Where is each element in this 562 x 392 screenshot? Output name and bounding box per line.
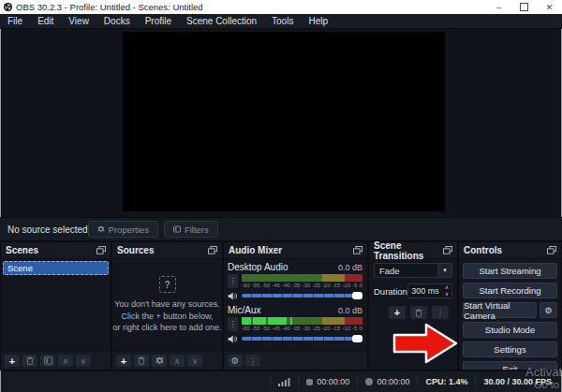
duration-value: 300 ms (408, 286, 442, 296)
obs-main-window: OBS 30.2.3 - Profile: Untitled - Scenes:… (0, 0, 562, 392)
question-glyph: ? (164, 280, 170, 290)
gear-icon (155, 356, 164, 365)
scene-move-down-button[interactable]: ∨ (76, 355, 91, 367)
menu-edit[interactable]: Edit (30, 16, 61, 26)
mic-aux-meter (242, 317, 362, 325)
transition-properties-button[interactable]: ⋮ (432, 306, 449, 319)
menu-docks[interactable]: Docks (96, 16, 138, 26)
chevron-down-icon: ∨ (192, 356, 199, 366)
virtual-camera-config-button[interactable]: ⚙ (540, 302, 557, 318)
menu-view[interactable]: View (61, 16, 96, 26)
remove-source-button[interactable] (134, 355, 149, 367)
maximize-icon (520, 3, 528, 11)
remove-scene-button[interactable] (22, 355, 37, 367)
add-icon: + (394, 307, 400, 318)
maximize-button[interactable] (511, 0, 537, 14)
preview-canvas[interactable] (123, 32, 445, 211)
scene-transitions-popout-icon[interactable] (443, 246, 452, 254)
duration-spinbox[interactable]: 300 ms ∧ ∨ (407, 283, 452, 298)
add-scene-button[interactable]: + (5, 355, 20, 367)
spinbox-arrows[interactable]: ∧ ∨ (442, 285, 451, 297)
dock-area: Scenes Scene + ∧ ∨ Sources (0, 241, 562, 370)
annotation-arrow-icon (392, 321, 460, 366)
remove-transition-button[interactable] (410, 306, 427, 319)
filters-button[interactable]: Filters (164, 221, 218, 238)
menu-file[interactable]: File (0, 16, 30, 26)
source-properties-button[interactable] (152, 355, 167, 367)
menu-help[interactable]: Help (301, 16, 335, 26)
mic-aux-menu-button[interactable]: ⋮ (228, 317, 238, 331)
controls-popout-icon[interactable] (547, 246, 556, 254)
desktop-audio-level: 0.0 dB (338, 263, 362, 272)
record-indicator-icon (365, 378, 373, 385)
sources-empty-line-2: Click the + button below, (112, 311, 221, 323)
scene-transitions-header: Scene Transitions (369, 242, 457, 259)
source-move-down-button[interactable]: ∨ (187, 355, 202, 367)
start-streaming-button[interactable]: Start Streaming (463, 263, 557, 279)
scene-filters-button[interactable] (40, 355, 55, 367)
mixer-options-button[interactable]: ⋮ (245, 355, 260, 367)
record-time: 00:00:00 (377, 377, 409, 386)
exit-button[interactable]: Exit (463, 361, 557, 370)
minimize-button[interactable]: – (486, 0, 511, 14)
scene-filters-icon (44, 356, 52, 365)
sources-empty-line-1: You don't have any sources. (112, 298, 221, 311)
advanced-audio-button[interactable]: ⚙ (228, 355, 243, 367)
dots-vertical-icon: ⋮ (436, 308, 445, 317)
scenes-panel-title: Scenes (6, 245, 38, 255)
start-virtual-camera-button[interactable]: Start Virtual Camera (463, 302, 537, 318)
live-indicator-icon (306, 379, 313, 385)
connection-quality (270, 376, 298, 388)
source-move-up-button[interactable]: ∧ (170, 355, 185, 367)
scenes-toolbar: + ∧ ∨ (1, 351, 111, 370)
scenes-popout-icon[interactable] (96, 246, 106, 254)
desktop-audio-meter (242, 274, 362, 282)
mic-aux-mute-button[interactable] (228, 335, 242, 343)
add-icon: + (9, 356, 15, 367)
add-transition-button[interactable]: + (389, 306, 406, 319)
studio-mode-button[interactable]: Studio Mode (463, 322, 557, 338)
properties-button[interactable]: Properties (88, 221, 158, 238)
transition-selected-value: Fade (379, 266, 400, 276)
slider-handle[interactable] (352, 292, 362, 299)
scene-list-item[interactable]: Scene (3, 261, 109, 275)
scene-move-up-button[interactable]: ∧ (58, 355, 73, 367)
transition-select[interactable]: Fade ▼ (374, 263, 452, 278)
mic-aux-volume-slider[interactable] (242, 337, 362, 341)
close-button[interactable]: ✕ (537, 0, 562, 14)
window-controls: – ✕ (486, 0, 562, 14)
titlebar: OBS 30.2.3 - Profile: Untitled - Scenes:… (0, 0, 562, 14)
slider-handle[interactable] (352, 335, 362, 342)
gear-icon: ⚙ (231, 356, 240, 366)
controls-title: Controls (464, 245, 502, 255)
chevron-down-icon: ∨ (81, 356, 87, 366)
signal-bars-icon (278, 377, 290, 386)
preview-area (1, 29, 561, 217)
menu-tools[interactable]: Tools (264, 16, 301, 26)
desktop-audio-mute-button[interactable] (228, 292, 242, 300)
sources-panel-header: Sources (112, 242, 222, 259)
mic-aux-level: 0.0 dB (338, 306, 362, 315)
close-icon: ✕ (546, 3, 554, 12)
chevron-up-icon: ∧ (63, 356, 69, 366)
stream-timer: 00:00:00 (298, 376, 357, 388)
desktop-audio-volume-slider[interactable] (242, 294, 362, 298)
audio-mixer-popout-icon[interactable] (353, 246, 362, 254)
menu-scene-collection[interactable]: Scene Collection (179, 16, 264, 26)
statusbar: 00:00:00 00:00:00 CPU: 1.4% 30.00 / 30.0… (1, 370, 561, 392)
sources-list[interactable]: ? You don't have any sources. Click the … (112, 259, 222, 351)
menu-profile[interactable]: Profile (138, 16, 179, 26)
mic-aux-name: Mic/Aux (228, 305, 261, 315)
gear-icon: ⚙ (544, 306, 552, 315)
filters-button-label: Filters (185, 225, 209, 235)
start-recording-button[interactable]: Start Recording (463, 283, 557, 298)
add-icon: + (121, 356, 126, 367)
scene-transitions-title: Scene Transitions (374, 240, 443, 261)
cpu-usage: CPU: 1.4% (417, 376, 475, 388)
settings-button[interactable]: Settings (463, 341, 557, 357)
add-source-button[interactable]: + (116, 355, 131, 367)
spin-down-icon: ∨ (445, 292, 449, 298)
duration-label: Duration (374, 286, 407, 297)
sources-popout-icon[interactable] (208, 246, 217, 254)
desktop-audio-menu-button[interactable]: ⋮ (228, 274, 238, 288)
